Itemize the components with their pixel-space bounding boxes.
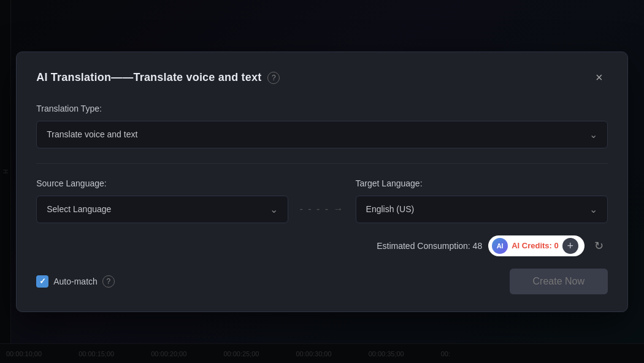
create-now-button[interactable]: Create Now <box>510 269 608 294</box>
checkmark-icon: ✓ <box>39 277 46 286</box>
close-button[interactable]: × <box>591 69 608 86</box>
add-credits-button[interactable]: + <box>562 238 578 254</box>
translation-type-section: Translation Type: Translate voice and te… <box>36 104 608 148</box>
modal-overlay: AI Translation——Translate voice and text… <box>0 0 644 363</box>
refresh-button[interactable]: ↻ <box>591 237 608 254</box>
target-language-col: Target Language: English (US) ⌄ <box>356 178 608 223</box>
section-divider <box>36 163 608 164</box>
credits-text: AI Credits: 0 <box>512 241 559 250</box>
language-row: Source Language: Select Language ⌄ - - -… <box>36 178 608 223</box>
bottom-row: ✓ Auto-match ? Create Now <box>36 269 608 294</box>
source-language-value: Select Language <box>47 204 111 214</box>
auto-match-row: ✓ Auto-match ? <box>36 275 115 288</box>
consumption-text: Estimated Consumption: 48 <box>377 241 482 251</box>
target-language-value: English (US) <box>366 204 415 214</box>
modal-title-row: AI Translation——Translate voice and text… <box>36 71 280 84</box>
modal-title: AI Translation——Translate voice and text <box>36 71 261 84</box>
arrow-icon: - - - - → <box>299 204 344 215</box>
target-language-label: Target Language: <box>356 178 608 188</box>
ai-logo-icon: AI <box>492 238 508 254</box>
source-language-dropdown[interactable]: Select Language ⌄ <box>36 196 288 223</box>
consumption-row: Estimated Consumption: 48 AI AI Credits:… <box>36 235 608 256</box>
source-language-chevron-icon: ⌄ <box>270 204 278 215</box>
language-arrow-connector: - - - - → <box>288 204 355 223</box>
source-language-label: Source Language: <box>36 178 288 188</box>
translation-type-value: Translate voice and text <box>47 129 137 139</box>
ai-translation-modal: AI Translation——Translate voice and text… <box>16 52 628 312</box>
title-help-icon[interactable]: ? <box>267 72 280 84</box>
translation-type-label: Translation Type: <box>36 104 608 113</box>
auto-match-label: Auto-match <box>53 277 98 286</box>
target-language-dropdown[interactable]: English (US) ⌄ <box>356 196 608 223</box>
translation-type-chevron-icon: ⌄ <box>589 129 597 140</box>
target-language-chevron-icon: ⌄ <box>589 204 597 215</box>
translation-type-dropdown[interactable]: Translate voice and text ⌄ <box>36 121 608 148</box>
source-language-col: Source Language: Select Language ⌄ <box>36 178 288 223</box>
auto-match-checkbox[interactable]: ✓ <box>36 275 48 288</box>
auto-match-help-icon[interactable]: ? <box>102 275 115 288</box>
ai-credits-badge: AI AI Credits: 0 + <box>488 235 585 256</box>
modal-header: AI Translation——Translate voice and text… <box>36 69 608 86</box>
